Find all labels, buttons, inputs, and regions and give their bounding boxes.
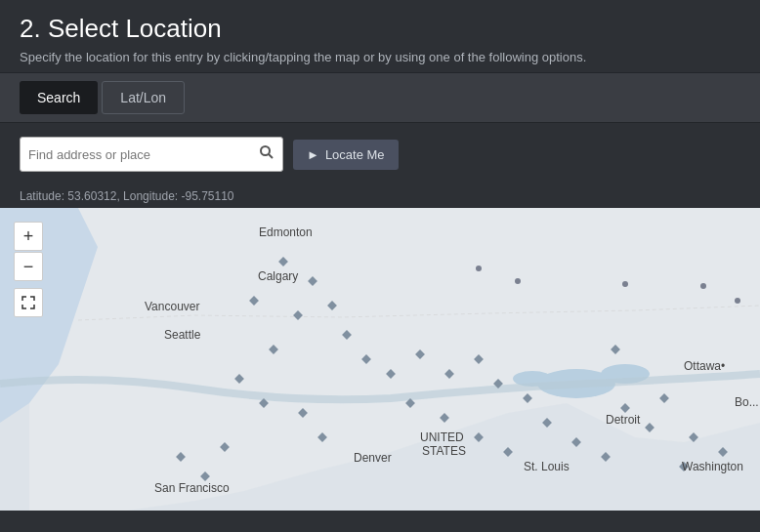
locate-icon: ►: [307, 147, 319, 162]
map-dot: [735, 298, 740, 304]
tab-latlon[interactable]: Lat/Lon: [102, 81, 185, 114]
map-container[interactable]: Edmonton Calgary Vancouver Seattle Ottaw…: [0, 208, 760, 511]
map-dot: [700, 283, 706, 289]
locate-label: Locate Me: [325, 147, 385, 162]
coordinates-text: Latitude: 53.60312, Longitude: -95.75110: [20, 189, 234, 203]
page-header: 2. Select Location Specify the location …: [0, 0, 760, 72]
map-dot: [515, 278, 521, 284]
search-input[interactable]: [28, 147, 259, 162]
svg-point-0: [261, 146, 270, 155]
search-icon-button[interactable]: [259, 144, 274, 164]
tab-search[interactable]: Search: [20, 81, 98, 114]
map-controls: + −: [14, 222, 43, 317]
map-dot: [622, 281, 628, 287]
svg-line-1: [269, 154, 273, 158]
page-title: 2. Select Location: [20, 14, 740, 44]
search-input-wrapper: [20, 137, 283, 172]
map-dot: [476, 266, 482, 271]
fullscreen-button[interactable]: [14, 288, 43, 317]
page-subtitle: Specify the location for this entry by c…: [20, 50, 740, 64]
search-bar: ► Locate Me: [0, 123, 760, 185]
locate-me-button[interactable]: ► Locate Me: [293, 140, 399, 170]
zoom-out-button[interactable]: −: [14, 252, 43, 281]
zoom-in-button[interactable]: +: [14, 222, 43, 251]
coords-bar: Latitude: 53.60312, Longitude: -95.75110: [0, 185, 760, 208]
tabs-bar: Search Lat/Lon: [0, 72, 760, 123]
